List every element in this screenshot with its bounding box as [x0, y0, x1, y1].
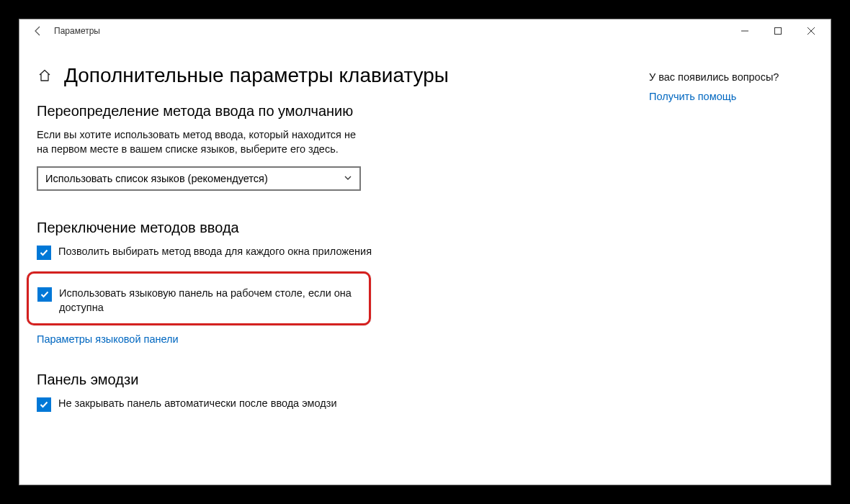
settings-window: Параметры Дополнительные параметры клави…	[19, 19, 831, 485]
get-help-link[interactable]: Получить помощь	[649, 91, 736, 102]
section-heading-emoji: Панель эмодзи	[37, 372, 627, 388]
page-title: Дополнительные параметры клавиатуры	[64, 64, 449, 87]
section-heading-default: Переопределение метода ввода по умолчани…	[37, 103, 627, 120]
close-button[interactable]	[795, 20, 828, 42]
language-bar-options-link[interactable]: Параметры языковой панели	[37, 333, 179, 345]
window-controls	[728, 20, 828, 42]
checkbox-language-bar[interactable]: Использовать языковую панель на рабочем …	[37, 287, 359, 315]
side-panel: У вас появились вопросы? Получить помощь	[627, 64, 809, 485]
checkbox-label: Позволить выбирать метод ввода для каждо…	[58, 245, 372, 259]
checkbox-per-window[interactable]: Позволить выбирать метод ввода для каждо…	[37, 245, 382, 260]
window-title: Параметры	[54, 26, 100, 36]
highlight-annotation: Использовать языковую панель на рабочем …	[27, 271, 371, 325]
checkbox-label: Использовать языковую панель на рабочем …	[59, 287, 359, 315]
home-icon[interactable]	[37, 68, 53, 84]
default-method-description: Если вы хотите использовать метод ввода,…	[37, 128, 368, 156]
minimize-button[interactable]	[728, 20, 761, 42]
chevron-down-icon	[344, 173, 352, 184]
checkbox-emoji-autoclose[interactable]: Не закрывать панель автоматически после …	[37, 397, 382, 412]
checkbox-label: Не закрывать панель автоматически после …	[58, 397, 337, 411]
help-prompt: У вас появились вопросы?	[649, 71, 809, 83]
main-content: Дополнительные параметры клавиатуры Пере…	[37, 64, 627, 485]
section-heading-switch: Переключение методов ввода	[37, 220, 627, 236]
checkbox-checked-icon[interactable]	[37, 246, 51, 260]
select-value: Использовать список языков (рекомендуетс…	[45, 173, 268, 184]
svg-rect-1	[775, 28, 782, 35]
back-button[interactable]	[30, 22, 47, 40]
maximize-button[interactable]	[761, 20, 795, 42]
default-input-method-select[interactable]: Использовать список языков (рекомендуетс…	[37, 166, 361, 191]
titlebar: Параметры	[19, 19, 831, 42]
checkbox-checked-icon[interactable]	[37, 287, 52, 302]
checkbox-checked-icon[interactable]	[37, 397, 51, 412]
